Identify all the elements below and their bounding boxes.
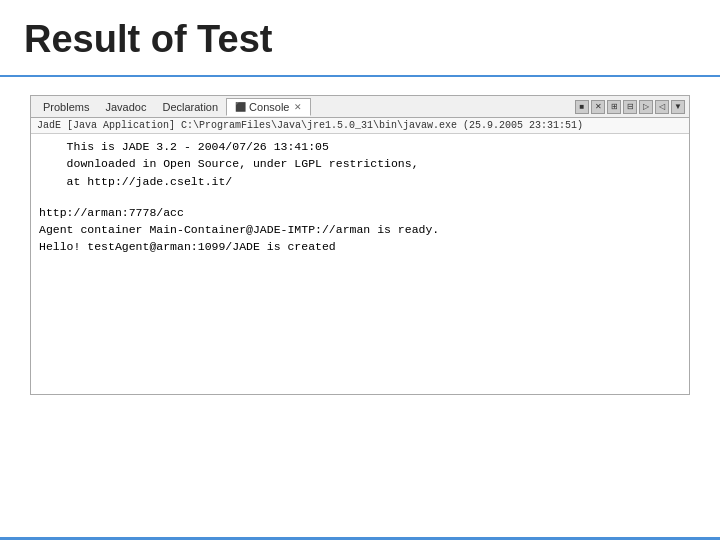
console-line-2: downloaded in Open Source, under LGPL re… xyxy=(39,155,681,172)
tab-console[interactable]: ⬛ Console ✕ xyxy=(226,98,311,116)
console-line-6: Hello! testAgent@arman:1099/JADE is crea… xyxy=(39,238,681,255)
console-path: JadE [Java Application] C:\ProgramFiles\… xyxy=(31,118,689,134)
tab-toolbar: ■ ✕ ⊞ ⊟ ▷ ◁ ▼ xyxy=(575,100,685,114)
toolbar-menu-btn[interactable]: ▼ xyxy=(671,100,685,114)
toolbar-paste-btn[interactable]: ⊟ xyxy=(623,100,637,114)
tab-problems[interactable]: Problems xyxy=(35,99,97,115)
tab-console-close[interactable]: ✕ xyxy=(294,102,302,112)
console-line-5: Agent container Main-Container@JADE-IMTP… xyxy=(39,221,681,238)
console-line-blank xyxy=(39,190,681,204)
console-tab-bar: Problems Javadoc Declaration ⬛ Console ✕… xyxy=(31,96,689,118)
toolbar-close-btn[interactable]: ✕ xyxy=(591,100,605,114)
console-line-3: at http://jade.cselt.it/ xyxy=(39,173,681,190)
page-title: Result of Test xyxy=(0,0,720,77)
console-line-1: This is JADE 3.2 - 2004/07/26 13:41:05 xyxy=(39,138,681,155)
console-panel: Problems Javadoc Declaration ⬛ Console ✕… xyxy=(30,95,690,395)
console-line-4: http://arman:7778/acc xyxy=(39,204,681,221)
toolbar-stop-btn[interactable]: ■ xyxy=(575,100,589,114)
toolbar-run-btn[interactable]: ▷ xyxy=(639,100,653,114)
tab-declaration[interactable]: Declaration xyxy=(154,99,226,115)
tab-javadoc[interactable]: Javadoc xyxy=(97,99,154,115)
console-output: This is JADE 3.2 - 2004/07/26 13:41:05 d… xyxy=(31,134,689,394)
tab-console-label: Console xyxy=(249,101,289,113)
toolbar-nav-back-btn[interactable]: ◁ xyxy=(655,100,669,114)
toolbar-copy-btn[interactable]: ⊞ xyxy=(607,100,621,114)
console-tab-icon: ⬛ xyxy=(235,102,246,112)
